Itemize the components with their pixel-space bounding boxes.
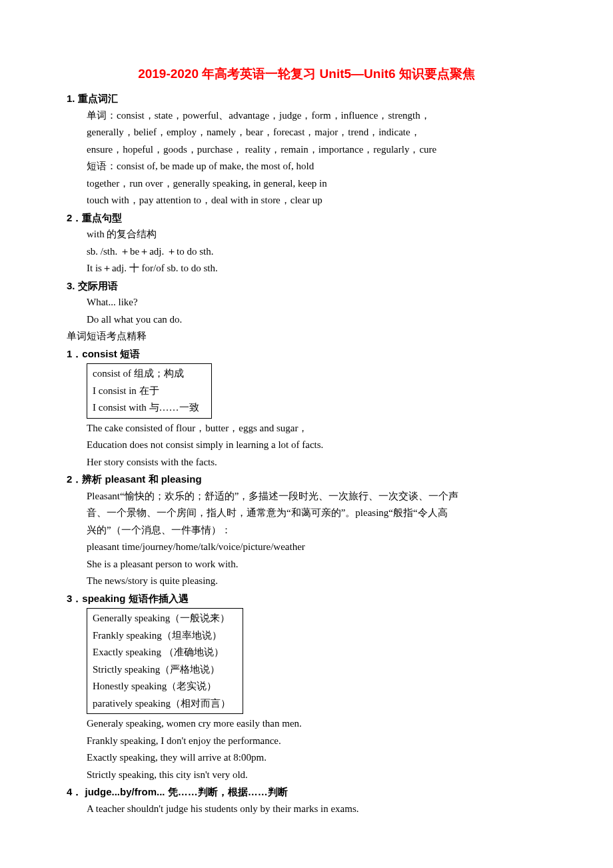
vocab-line: touch with，pay attention to，deal with in… <box>67 192 546 209</box>
heading-speaking: 3．speaking 短语作插入遇 <box>67 590 546 607</box>
example-line: Generaly speaking, women cry more easily… <box>67 715 546 733</box>
box-line: I consist with 与……一致 <box>93 399 199 417</box>
sentence-line: with 的复合结构 <box>67 226 546 243</box>
box-line: Honestly speaking（老实说） <box>93 678 231 695</box>
example-line: Exactly speaking, they will arrive at 8:… <box>67 749 546 767</box>
example-line: Frankly speaking, I don't enjoy the perf… <box>67 733 546 750</box>
box-consist: consist of 组成；构成 I consist in 在于 I consi… <box>87 363 212 419</box>
heading-consist: 1．consist 短语 <box>67 345 546 363</box>
sentence-line: It is＋adj. 十 for/of sb. to do sth. <box>67 260 546 277</box>
box-line: Generally speaking（一般说来） <box>93 610 231 627</box>
heading-vocab: 1. 重点词汇 <box>67 90 546 107</box>
vocab-line: ensure，hopeful，goods，purchase， reality，r… <box>67 141 546 159</box>
heading-comm: 3. 交际用语 <box>67 277 546 295</box>
box-line: Frankly speaking（坦率地说） <box>93 627 231 645</box>
box-line: consist of 组成；构成 <box>93 365 199 383</box>
pleasant-line: Pleasant“愉快的；欢乐的；舒适的”，多描述一段时光、一次旅行、一次交谈、… <box>67 488 546 505</box>
vocab-line: 短语：consist of, be made up of make, the m… <box>67 158 546 175</box>
example-line: Strictly speaking, this city isn't very … <box>67 767 546 784</box>
box-line: paratively speaking（相对而言） <box>93 695 231 713</box>
pleasant-line: She is a pleasant person to work with. <box>67 556 546 573</box>
box-line: Strictly speaking（严格地说） <box>93 661 231 679</box>
sentence-line: sb. /sth. ＋be＋adj. ＋to do sth. <box>67 243 546 261</box>
page: 2019-2020 年高考英语一轮复习 Unit5—Unit6 知识要点聚焦 1… <box>0 0 613 868</box>
example-line: Her story consists with the facts. <box>67 454 546 471</box>
example-line: Education does not consist simply in lea… <box>67 437 546 454</box>
heading-judge: 4． judge...by/from... 凭……判断，根据……判断 <box>67 783 546 801</box>
box-line: I consist in 在于 <box>93 383 199 400</box>
heading-sentence: 2．重点句型 <box>67 209 546 227</box>
pleasant-line: 兴的”（一个消息、一件事情）： <box>67 522 546 539</box>
pleasant-line: pleasant time/journey/home/talk/voice/pi… <box>67 539 546 556</box>
page-title: 2019-2020 年高考英语一轮复习 Unit5—Unit6 知识要点聚焦 <box>67 63 546 85</box>
pleasant-line: The news/story is quite pleasing. <box>67 573 546 590</box>
vocab-line: generally，belief，employ，namely，bear，fore… <box>67 124 546 141</box>
comm-line: Do all what you can do. <box>67 311 546 329</box>
example-line: The cake consisted of flour，butter，eggs … <box>67 420 546 437</box>
sub-heading: 单词短语考点精释 <box>67 328 546 345</box>
box-speaking: Generally speaking（一般说来） Frankly speakin… <box>87 608 243 714</box>
vocab-line: together，run over，generally speaking, in… <box>67 175 546 193</box>
comm-line: What... like? <box>67 294 546 311</box>
box-line: Exactly speaking （准确地说） <box>93 644 231 661</box>
heading-pleasant: 2．辨析 pleasant 和 pleasing <box>67 471 546 488</box>
vocab-line: 单词：consist，state，powerful、advantage，judg… <box>67 107 546 125</box>
example-line: A teacher shouldn't judge his students o… <box>67 801 546 818</box>
pleasant-line: 音、一个景物、一个房间，指人时，通常意为“和蔼可亲的”。pleasing“般指“… <box>67 505 546 522</box>
